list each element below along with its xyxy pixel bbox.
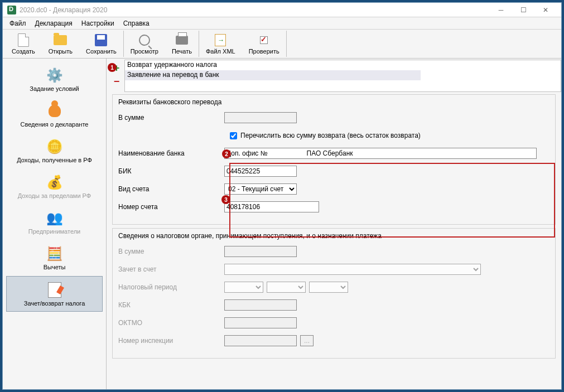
inspection-browse-button: ... [300, 335, 314, 346]
list-row-return[interactable]: Возврат удержанного налога [125, 60, 561, 70]
transfer-all-label: Перечислить всю сумму возврата (весь ост… [240, 132, 421, 139]
minimize-button[interactable]: ─ [490, 3, 512, 17]
bank-name-input[interactable] [224, 148, 537, 159]
nav-tax-return[interactable]: Зачет/возврат налога [6, 276, 103, 312]
preview-button[interactable]: Просмотр [124, 31, 165, 57]
account-type-label: Вид счета [118, 185, 224, 193]
list-area: Возврат удержанного налога Заявление на … [124, 60, 561, 92]
xml-button[interactable]: Файл XML [199, 31, 242, 57]
titlebar: 2020.dc0 - Декларация 2020 ─ ☐ ✕ [3, 3, 561, 17]
tax-org-title: Сведения о налоговом органе, принимающем… [118, 232, 549, 240]
inspection-input [224, 335, 297, 346]
create-button[interactable]: Создать [5, 31, 42, 57]
main-panel: Возврат удержанного налога Заявление на … [107, 59, 561, 389]
nav-entrepreneurs[interactable]: 👥 Предприниматели [6, 205, 103, 239]
app-icon [7, 6, 16, 14]
zoom-icon [138, 33, 151, 47]
window-title: 2020.dc0 - Декларация 2020 [20, 6, 490, 14]
bik-input[interactable] [224, 166, 297, 177]
callout-badge-3: 3 [221, 195, 230, 204]
nav-conditions[interactable]: ⚙️ Задание условий [6, 62, 103, 96]
window-controls: ─ ☐ ✕ [490, 3, 557, 17]
sum2-label: В сумме [118, 248, 224, 255]
period-label: Налоговый период [118, 283, 224, 291]
bag-icon: 💰 [46, 173, 64, 191]
callout-badge-1: 1 [108, 63, 117, 72]
callout-badge-2: 2 [222, 149, 231, 158]
inspection-label: Номер инспекции [118, 337, 224, 345]
folder-icon [54, 33, 67, 47]
nav-income-abroad[interactable]: 💰 Доходы за пределами РФ [6, 169, 103, 204]
menu-help[interactable]: Справка [119, 18, 154, 28]
bik-label: БИК [118, 167, 224, 175]
account-num-input[interactable] [224, 201, 319, 212]
open-button[interactable]: Открыть [42, 31, 79, 57]
menu-declaration[interactable]: Декларация [31, 18, 77, 28]
sum2-input [224, 246, 297, 257]
period-sel-2 [267, 282, 306, 293]
nav-income-rf[interactable]: 🪙 Доходы, полученные в РФ [6, 133, 103, 168]
list-row-transfer[interactable]: Заявление на перевод в банк [125, 70, 421, 80]
menubar: Файл Декларация Настройки Справка [3, 17, 561, 30]
period-sel-3 [309, 282, 348, 293]
credit-select [224, 264, 481, 275]
app-window: 2020.dc0 - Декларация 2020 ─ ☐ ✕ Файл Де… [2, 2, 562, 390]
tree-icon: ⚙️ [46, 66, 64, 84]
maximize-button[interactable]: ☐ [512, 3, 534, 17]
coins-icon: 🪙 [46, 138, 64, 156]
sidebar: ⚙️ Задание условий Сведения о декларанте… [3, 59, 107, 389]
save-button[interactable]: Сохранить [79, 31, 123, 57]
check-button[interactable]: Проверить [242, 31, 286, 57]
biz-icon: 👥 [46, 209, 64, 227]
disk-icon [94, 33, 108, 47]
doc-icon [46, 281, 64, 299]
menu-file[interactable]: Файл [5, 18, 31, 28]
sum-input [224, 112, 297, 123]
bank-fieldset: Реквизиты банковского перевода В сумме П… [112, 94, 556, 225]
remove-row-button[interactable]: − [111, 76, 122, 87]
credit-label: Зачет в счет [118, 265, 224, 273]
period-sel-1 [224, 282, 263, 293]
deduct-icon: 🧮 [46, 245, 64, 263]
print-button[interactable]: Печать [165, 31, 199, 57]
person-icon [46, 102, 64, 120]
oktmo-label: ОКТМО [118, 319, 224, 327]
kbk-input [224, 299, 297, 311]
xml-icon [214, 33, 227, 47]
bank-fieldset-title: Реквизиты банковского перевода [118, 98, 549, 106]
sum-label: В сумме [118, 114, 224, 122]
account-num-label: Номер счета [118, 203, 224, 211]
menu-settings[interactable]: Настройки [77, 18, 119, 28]
kbk-label: КБК [118, 301, 224, 309]
toolbar: Создать Открыть Сохранить Просмотр Печат… [3, 30, 561, 59]
print-icon [175, 33, 189, 47]
tax-org-fieldset: Сведения о налоговом органе, принимающем… [112, 228, 556, 359]
transfer-all-checkbox[interactable] [230, 132, 237, 139]
account-type-select[interactable]: 02 - Текущий счет [224, 183, 297, 195]
content: ⚙️ Задание условий Сведения о декларанте… [3, 59, 561, 389]
nav-deductions[interactable]: 🧮 Вычеты [6, 240, 103, 275]
nav-declarant[interactable]: Сведения о декларанте [6, 98, 103, 132]
bank-name-label: Наименование банка [118, 149, 224, 157]
oktmo-input [224, 317, 297, 328]
close-button[interactable]: ✕ [534, 3, 557, 17]
page-icon [17, 33, 30, 47]
check-icon [257, 33, 271, 47]
